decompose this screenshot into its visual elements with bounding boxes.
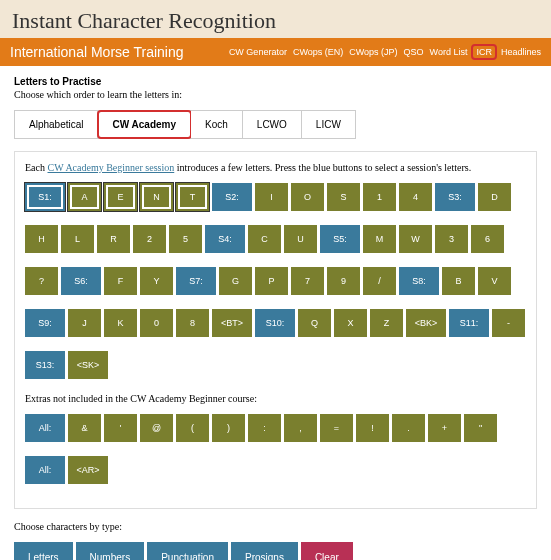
- letter-button[interactable]: :: [248, 414, 281, 442]
- type-punctuation[interactable]: Punctuation: [147, 542, 228, 560]
- letter-button[interactable]: !: [356, 414, 389, 442]
- nav-link-cwgenerator[interactable]: CW Generator: [229, 47, 287, 57]
- nav-links: CW GeneratorCWops (EN)CWops (JP)QSOWord …: [229, 47, 541, 57]
- letter-button[interactable]: H: [25, 225, 58, 253]
- section-title: Letters to Practise: [14, 76, 537, 87]
- letter-button[interactable]: 8: [176, 309, 209, 337]
- nav-link-qso[interactable]: QSO: [404, 47, 424, 57]
- letter-button[interactable]: N: [140, 183, 173, 211]
- tab-koch[interactable]: Koch: [191, 111, 243, 138]
- letter-button[interactable]: X: [334, 309, 367, 337]
- session-button[interactable]: S4:: [205, 225, 245, 253]
- letter-button[interactable]: ": [464, 414, 497, 442]
- letter-button[interactable]: -: [492, 309, 525, 337]
- letter-button[interactable]: ?: [25, 267, 58, 295]
- letter-button[interactable]: Y: [140, 267, 173, 295]
- session-button[interactable]: S8:: [399, 267, 439, 295]
- session-button[interactable]: S7:: [176, 267, 216, 295]
- letter-button[interactable]: W: [399, 225, 432, 253]
- letter-button[interactable]: A: [68, 183, 101, 211]
- letter-button[interactable]: &: [68, 414, 101, 442]
- letter-button[interactable]: L: [61, 225, 94, 253]
- letter-button[interactable]: T: [176, 183, 209, 211]
- letter-button[interactable]: <AR>: [68, 456, 108, 484]
- letter-button[interactable]: .: [392, 414, 425, 442]
- letter-button[interactable]: ): [212, 414, 245, 442]
- letter-button[interactable]: @: [140, 414, 173, 442]
- nav-link-cwopsjp[interactable]: CWops (JP): [349, 47, 397, 57]
- letter-button[interactable]: 9: [327, 267, 360, 295]
- nav-bar: International Morse Training CW Generato…: [0, 38, 551, 66]
- session-button[interactable]: S10:: [255, 309, 295, 337]
- letter-button[interactable]: D: [478, 183, 511, 211]
- page-title: Instant Character Recognition: [12, 8, 539, 34]
- letter-button[interactable]: O: [291, 183, 324, 211]
- session-button[interactable]: S3:: [435, 183, 475, 211]
- letter-button[interactable]: B: [442, 267, 475, 295]
- session-button[interactable]: All:: [25, 414, 65, 442]
- letter-button[interactable]: <SK>: [68, 351, 108, 379]
- letter-button[interactable]: /: [363, 267, 396, 295]
- type-label: Choose characters by type:: [14, 521, 537, 532]
- type-prosigns[interactable]: Prosigns: [231, 542, 298, 560]
- letter-button[interactable]: =: [320, 414, 353, 442]
- letter-button[interactable]: Q: [298, 309, 331, 337]
- letter-button[interactable]: Z: [370, 309, 403, 337]
- tab-licw[interactable]: LICW: [302, 111, 355, 138]
- letter-button[interactable]: <BK>: [406, 309, 446, 337]
- letter-button[interactable]: R: [97, 225, 130, 253]
- letter-button[interactable]: 3: [435, 225, 468, 253]
- letter-button[interactable]: E: [104, 183, 137, 211]
- cw-academy-link[interactable]: CW Academy Beginner session: [48, 162, 175, 173]
- letters-panel: Each CW Academy Beginner session introdu…: [14, 151, 537, 509]
- letter-button[interactable]: P: [255, 267, 288, 295]
- letter-button[interactable]: 1: [363, 183, 396, 211]
- session-button[interactable]: S2:: [212, 183, 252, 211]
- type-buttons: LettersNumbersPunctuationProsignsClear: [14, 542, 537, 560]
- letter-button[interactable]: 7: [291, 267, 324, 295]
- letter-button[interactable]: J: [68, 309, 101, 337]
- letter-button[interactable]: C: [248, 225, 281, 253]
- letter-button[interactable]: K: [104, 309, 137, 337]
- nav-link-wordlist[interactable]: Word List: [430, 47, 468, 57]
- panel-desc: Each CW Academy Beginner session introdu…: [25, 162, 526, 173]
- letter-button[interactable]: ': [104, 414, 137, 442]
- letter-button[interactable]: M: [363, 225, 396, 253]
- letter-button[interactable]: U: [284, 225, 317, 253]
- tab-cwacademy[interactable]: CW Academy: [98, 111, 191, 138]
- session-button[interactable]: S9:: [25, 309, 65, 337]
- type-clear[interactable]: Clear: [301, 542, 353, 560]
- letter-button[interactable]: 4: [399, 183, 432, 211]
- letter-button[interactable]: +: [428, 414, 461, 442]
- session-button[interactable]: S11:: [449, 309, 489, 337]
- extras-label: Extras not included in the CW Academy Be…: [25, 393, 526, 404]
- session-button[interactable]: S5:: [320, 225, 360, 253]
- tab-lcwo[interactable]: LCWO: [243, 111, 302, 138]
- letter-button[interactable]: F: [104, 267, 137, 295]
- letter-button[interactable]: ,: [284, 414, 317, 442]
- letter-button[interactable]: (: [176, 414, 209, 442]
- letter-button[interactable]: 2: [133, 225, 166, 253]
- type-letters[interactable]: Letters: [14, 542, 73, 560]
- order-tabs: AlphabeticalCW AcademyKochLCWOLICW: [14, 110, 356, 139]
- letter-button[interactable]: 5: [169, 225, 202, 253]
- letter-button[interactable]: G: [219, 267, 252, 295]
- session-button[interactable]: All:: [25, 456, 65, 484]
- session-button[interactable]: S6:: [61, 267, 101, 295]
- nav-link-cwopsen[interactable]: CWops (EN): [293, 47, 343, 57]
- nav-link-icr[interactable]: ICR: [471, 44, 497, 60]
- letter-button[interactable]: I: [255, 183, 288, 211]
- section-sub: Choose which order to learn the letters …: [14, 89, 537, 100]
- nav-title: International Morse Training: [10, 44, 229, 60]
- letter-button[interactable]: V: [478, 267, 511, 295]
- letter-button[interactable]: S: [327, 183, 360, 211]
- letter-button[interactable]: 0: [140, 309, 173, 337]
- letter-button[interactable]: 6: [471, 225, 504, 253]
- session-button[interactable]: S1:: [25, 183, 65, 211]
- session-button[interactable]: S13:: [25, 351, 65, 379]
- tab-alphabetical[interactable]: Alphabetical: [15, 111, 98, 138]
- type-numbers[interactable]: Numbers: [76, 542, 145, 560]
- letter-button[interactable]: <BT>: [212, 309, 252, 337]
- nav-link-headlines[interactable]: Headlines: [501, 47, 541, 57]
